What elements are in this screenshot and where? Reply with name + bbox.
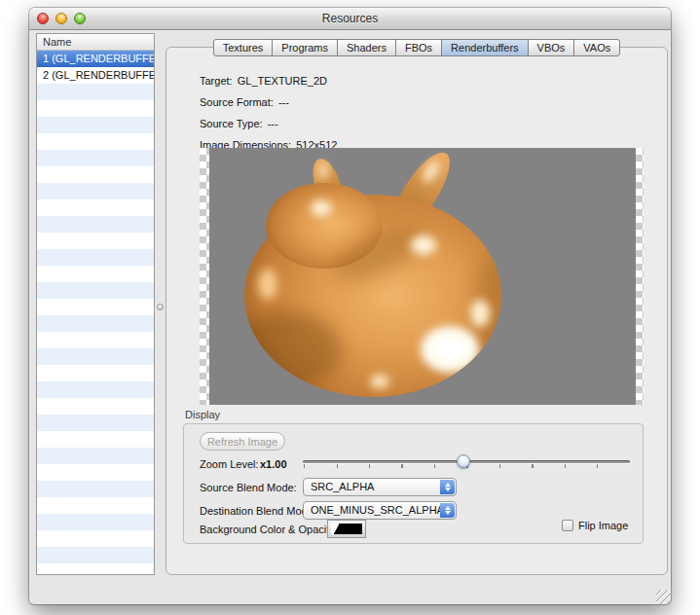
target-label: Target: [200, 75, 233, 87]
flip-image-checkbox[interactable] [562, 520, 573, 531]
list-item-renderbuffer-2[interactable]: 2 (GL_RENDERBUFFE… [37, 67, 154, 84]
sidebar-rows: 1 (GL_RENDERBUFFE… 2 (GL_RENDERBUFFE… [37, 51, 154, 574]
zoom-level-value: x1.00 [260, 458, 287, 470]
refresh-image-button[interactable]: Refresh Image [200, 432, 285, 451]
color-swatch [331, 524, 362, 534]
source-format-row: Source Format: --- [200, 96, 337, 118]
display-group-box: Refresh Image Zoom Level: x1.00 Source B… [183, 423, 644, 544]
source-blend-mode-label: Source Blend Mode: [200, 482, 297, 493]
popup-arrows-icon [440, 503, 455, 518]
target-row: Target: GL_TEXTURE_2D [200, 75, 337, 96]
resize-grip[interactable] [656, 590, 671, 604]
flip-image-control: Flip Image [562, 520, 628, 531]
tab-renderbuffers[interactable]: Renderbuffers [441, 39, 529, 56]
tab-textures[interactable]: Textures [213, 39, 274, 56]
destination-blend-mode-dropdown[interactable]: ONE_MINUS_SRC_ALPHA [303, 501, 457, 520]
texture-preview-surface [209, 148, 636, 405]
target-value: GL_TEXTURE_2D [238, 75, 327, 87]
bunny-model-render [209, 148, 636, 405]
source-format-label: Source Format: [200, 96, 274, 108]
zoom-slider-thumb[interactable] [457, 454, 470, 468]
source-format-value: --- [278, 96, 289, 108]
background-color-label: Background Color & Opacity: [200, 524, 338, 535]
destination-blend-mode-value: ONE_MINUS_SRC_ALPHA [311, 504, 444, 516]
sidebar-list: Name 1 (GL_RENDERBUFFE… 2 (GL_RENDERBUFF… [36, 33, 155, 575]
resources-window: Resources Name 1 (GL_RENDERBUFFE… 2 (GL_… [29, 8, 671, 604]
window-title: Resources [29, 8, 671, 29]
destination-blend-mode-label: Destination Blend Mode: [200, 505, 316, 517]
source-type-label: Source Type: [200, 118, 263, 129]
zoom-level-label: Zoom Level: [200, 458, 259, 470]
source-type-value: --- [268, 118, 278, 129]
titlebar[interactable]: Resources [29, 8, 671, 30]
zoom-slider[interactable] [303, 453, 630, 471]
splitter-dimple-icon [157, 304, 164, 310]
sidebar-header-name[interactable]: Name [37, 34, 154, 51]
splitter-handle[interactable] [156, 33, 165, 575]
tab-bar: Textures Programs Shaders FBOs Renderbuf… [166, 39, 668, 56]
tab-fbos[interactable]: FBOs [395, 39, 442, 56]
popup-arrows-icon [440, 480, 455, 494]
tab-shaders[interactable]: Shaders [337, 39, 396, 56]
tab-vbos[interactable]: VBOs [528, 39, 575, 56]
display-group-label: Display [185, 409, 220, 420]
tab-programs[interactable]: Programs [272, 39, 338, 56]
source-blend-mode-value: SRC_ALPHA [311, 481, 374, 492]
background-color-well[interactable] [327, 520, 366, 538]
texture-preview [200, 148, 644, 405]
list-item-renderbuffer-1[interactable]: 1 (GL_RENDERBUFFE… [37, 51, 154, 67]
source-type-row: Source Type: --- [200, 118, 337, 139]
source-blend-mode-dropdown[interactable]: SRC_ALPHA [303, 478, 457, 496]
flip-image-label: Flip Image [578, 520, 628, 531]
tab-vaos[interactable]: VAOs [573, 39, 620, 56]
